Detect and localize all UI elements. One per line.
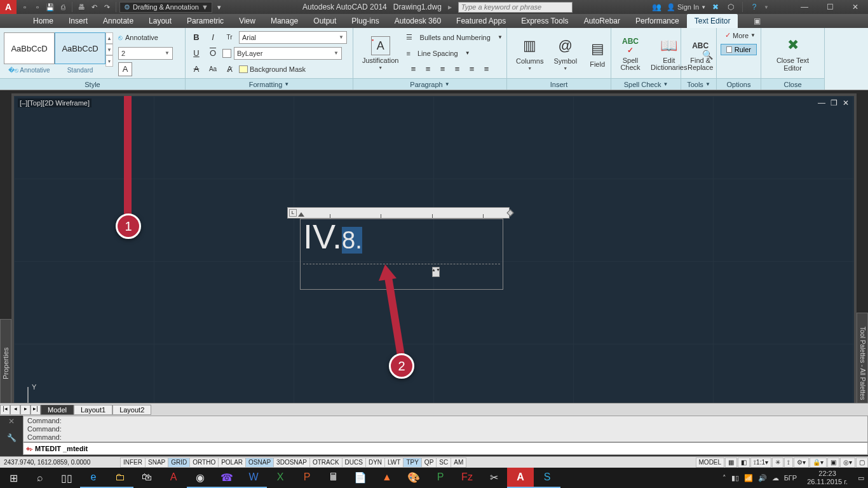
- help-search-input[interactable]: [458, 2, 573, 13]
- undo-icon[interactable]: ↶: [88, 1, 100, 13]
- status-toggle-ducs[interactable]: DUCS: [342, 458, 366, 468]
- command-line[interactable]: ⌖▹ MTEDIT _mtedit: [23, 442, 868, 455]
- font-icon[interactable]: Tr: [222, 30, 236, 44]
- status-toggle-am[interactable]: AM: [451, 458, 466, 468]
- bullets-button[interactable]: ☰ Bullets and Numbering ▼: [406, 30, 502, 45]
- clock[interactable]: 22:2326.11.2015 г.: [802, 468, 853, 487]
- status-toggle-qp[interactable]: QP: [421, 458, 437, 468]
- strikethrough-button[interactable]: A: [189, 62, 203, 76]
- overline-button[interactable]: O: [206, 46, 220, 60]
- layout-tab-model[interactable]: Model: [41, 405, 74, 415]
- window-maximize-button[interactable]: ☐: [817, 0, 843, 14]
- color-combo[interactable]: ByLayer▼: [234, 47, 342, 60]
- model-viewport[interactable]: [–][Top][2D Wireframe] — ❐ ✕ Y X L IV.: [11, 93, 857, 453]
- style-standard[interactable]: AaBbCcD: [55, 32, 105, 64]
- filezilla-icon[interactable]: Fz: [454, 468, 480, 488]
- viber-icon[interactable]: ☎: [214, 468, 240, 488]
- tab-home[interactable]: Home: [25, 14, 61, 28]
- mtext-content[interactable]: IV.8.: [301, 217, 365, 255]
- font-combo[interactable]: Arial▼: [239, 31, 347, 44]
- panel-title-style[interactable]: Style: [0, 78, 185, 90]
- snip-icon[interactable]: ✂: [480, 468, 507, 488]
- edge-icon[interactable]: e: [80, 468, 107, 488]
- annotative-toggle[interactable]: Annotative: [125, 34, 158, 41]
- status-toggle-sc[interactable]: SC: [436, 458, 451, 468]
- tab-autorebar[interactable]: AutoRebar: [576, 14, 628, 28]
- linespacing-button[interactable]: ≡ Line Spacing ▼: [406, 46, 502, 61]
- clean-screen-icon[interactable]: ▢: [856, 458, 868, 468]
- powerpoint-icon[interactable]: P: [294, 468, 320, 488]
- cmd-close-icon[interactable]: ✕: [8, 417, 15, 426]
- project-icon[interactable]: P: [427, 468, 454, 488]
- nav-last-icon[interactable]: ▸|: [31, 405, 41, 415]
- viewport-label[interactable]: [–][Top][2D Wireframe]: [18, 98, 92, 107]
- stayconnected-icon[interactable]: ⬡: [725, 1, 736, 13]
- vp-close-icon[interactable]: ✕: [841, 98, 850, 107]
- start-button[interactable]: ⊞: [0, 468, 27, 488]
- status-toggle-dyn[interactable]: DYN: [365, 458, 385, 468]
- background-mask-button[interactable]: Background Mask: [239, 65, 306, 73]
- mtext-height-handle-icon[interactable]: ▲▼: [432, 267, 440, 277]
- spellcheck-button[interactable]: ABC✓Spell Check: [615, 34, 646, 72]
- notes-icon[interactable]: 📄: [347, 468, 374, 488]
- status-toggle-infer[interactable]: INFER: [120, 458, 146, 468]
- word-icon[interactable]: W: [240, 468, 267, 488]
- field-button[interactable]: ▤Field: [582, 37, 613, 69]
- volume-icon[interactable]: 🔊: [758, 474, 767, 482]
- style-down-icon[interactable]: ▼: [105, 44, 113, 55]
- align-center-button[interactable]: ≡: [421, 62, 435, 76]
- coordinates-readout[interactable]: 2437.9740, 1612.0859, 0.0000: [0, 459, 121, 466]
- underline-button[interactable]: U: [189, 46, 203, 60]
- signin-button[interactable]: 👤 Sign In ▼: [667, 3, 706, 11]
- bold-button[interactable]: B: [189, 30, 203, 44]
- panel-title-spellcheck[interactable]: Spell Check▼: [611, 78, 681, 90]
- status-toggle-polar[interactable]: POLAR: [218, 458, 246, 468]
- status-toggle-grid[interactable]: GRID: [168, 458, 190, 468]
- isolate-icon[interactable]: ◎▾: [840, 458, 855, 468]
- model-button[interactable]: MODEL: [696, 458, 725, 468]
- status-toggle-otrack[interactable]: OTRACK: [309, 458, 342, 468]
- tab-plugins[interactable]: Plug-ins: [344, 14, 386, 28]
- more-button[interactable]: ✓More▼: [721, 29, 757, 41]
- tab-parametric[interactable]: Parametric: [179, 14, 231, 28]
- hardware-accel-icon[interactable]: ▣: [827, 458, 839, 468]
- store-icon[interactable]: 🛍: [133, 468, 160, 488]
- tab-insert[interactable]: Insert: [61, 14, 95, 28]
- status-toggle-osnap[interactable]: OSNAP: [245, 458, 274, 468]
- status-grid-icon[interactable]: ▦: [725, 458, 737, 468]
- italic-button[interactable]: I: [206, 30, 220, 44]
- status-toggle-ortho[interactable]: ORTHO: [189, 458, 219, 468]
- workspace-switcher[interactable]: ⚙ Drafting & Annotation ▼: [119, 2, 212, 13]
- nav-first-icon[interactable]: |◂: [0, 405, 10, 415]
- taskview-icon[interactable]: ▯▯: [53, 468, 80, 488]
- excel-icon[interactable]: X: [267, 468, 294, 488]
- ribbon-minimize-icon[interactable]: ▣: [750, 17, 763, 25]
- properties-palette-tab[interactable]: Properties: [0, 319, 11, 408]
- align-fit-button[interactable]: ≡: [479, 62, 493, 76]
- status-toggle-3dosnap[interactable]: 3DOSNAP: [273, 458, 310, 468]
- search-icon[interactable]: ⌕: [27, 468, 53, 488]
- style-annotative[interactable]: AaBbCcD: [4, 32, 55, 64]
- tab-autodesk360[interactable]: Autodesk 360: [387, 14, 449, 28]
- onedrive-icon[interactable]: ☁: [772, 474, 779, 482]
- paint-icon[interactable]: 🎨: [400, 468, 427, 488]
- mask-icon[interactable]: A: [118, 62, 132, 76]
- panel-title-tools[interactable]: Tools▼: [681, 78, 716, 90]
- toolpalettes-tab[interactable]: Tool Palettes - All Palettes: [857, 313, 868, 414]
- text-height-combo[interactable]: 2▼: [118, 47, 173, 60]
- tab-view[interactable]: View: [231, 14, 263, 28]
- save-icon[interactable]: 💾: [44, 1, 56, 13]
- clear-button[interactable]: A̷: [222, 62, 236, 76]
- autocad-icon[interactable]: A: [507, 468, 534, 488]
- app-logo[interactable]: A: [0, 0, 17, 14]
- skype-icon[interactable]: S: [534, 468, 560, 488]
- layout-tab-layout1[interactable]: Layout1: [74, 405, 112, 415]
- vlc-icon[interactable]: ▲: [374, 468, 400, 488]
- window-minimize-button[interactable]: —: [792, 0, 817, 14]
- language-indicator[interactable]: БГР: [784, 474, 797, 482]
- status-layout-icon[interactable]: ◧: [738, 458, 750, 468]
- vp-maximize-icon[interactable]: ❐: [829, 98, 839, 107]
- tab-manage[interactable]: Manage: [263, 14, 306, 28]
- tab-expresstools[interactable]: Express Tools: [513, 14, 576, 28]
- nav-next-icon[interactable]: ▸: [20, 405, 31, 415]
